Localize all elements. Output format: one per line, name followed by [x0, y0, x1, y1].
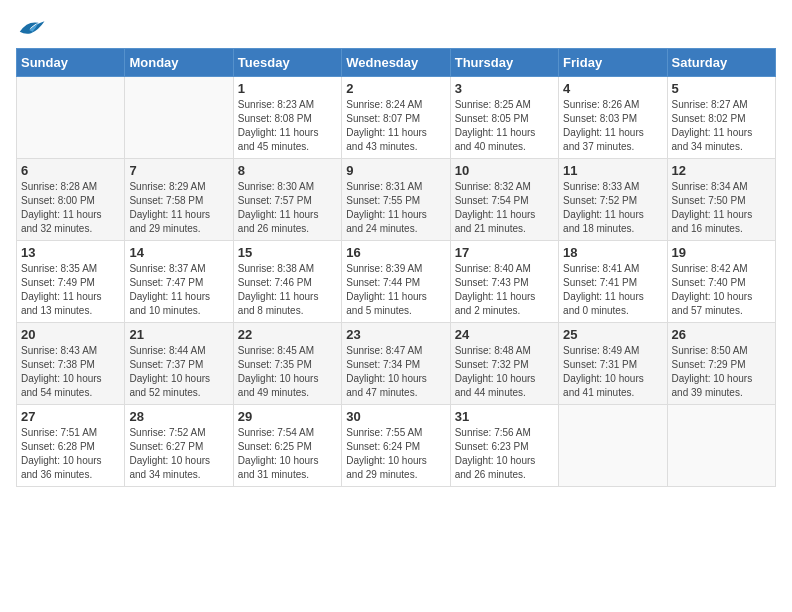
- day-info: Sunrise: 8:39 AM Sunset: 7:44 PM Dayligh…: [346, 262, 445, 318]
- day-info: Sunrise: 8:24 AM Sunset: 8:07 PM Dayligh…: [346, 98, 445, 154]
- day-info: Sunrise: 8:32 AM Sunset: 7:54 PM Dayligh…: [455, 180, 554, 236]
- day-info: Sunrise: 8:38 AM Sunset: 7:46 PM Dayligh…: [238, 262, 337, 318]
- day-info: Sunrise: 8:41 AM Sunset: 7:41 PM Dayligh…: [563, 262, 662, 318]
- calendar-week-4: 20Sunrise: 8:43 AM Sunset: 7:38 PM Dayli…: [17, 323, 776, 405]
- day-number: 11: [563, 163, 662, 178]
- day-number: 30: [346, 409, 445, 424]
- logo-bird-icon: [16, 16, 46, 40]
- calendar-cell: [559, 405, 667, 487]
- day-number: 27: [21, 409, 120, 424]
- day-number: 13: [21, 245, 120, 260]
- day-info: Sunrise: 8:25 AM Sunset: 8:05 PM Dayligh…: [455, 98, 554, 154]
- day-info: Sunrise: 8:33 AM Sunset: 7:52 PM Dayligh…: [563, 180, 662, 236]
- calendar-cell: 14Sunrise: 8:37 AM Sunset: 7:47 PM Dayli…: [125, 241, 233, 323]
- day-number: 28: [129, 409, 228, 424]
- calendar-week-2: 6Sunrise: 8:28 AM Sunset: 8:00 PM Daylig…: [17, 159, 776, 241]
- day-info: Sunrise: 8:29 AM Sunset: 7:58 PM Dayligh…: [129, 180, 228, 236]
- day-info: Sunrise: 8:45 AM Sunset: 7:35 PM Dayligh…: [238, 344, 337, 400]
- calendar-cell: 26Sunrise: 8:50 AM Sunset: 7:29 PM Dayli…: [667, 323, 775, 405]
- day-number: 31: [455, 409, 554, 424]
- calendar-cell: 19Sunrise: 8:42 AM Sunset: 7:40 PM Dayli…: [667, 241, 775, 323]
- day-info: Sunrise: 7:51 AM Sunset: 6:28 PM Dayligh…: [21, 426, 120, 482]
- calendar-cell: 21Sunrise: 8:44 AM Sunset: 7:37 PM Dayli…: [125, 323, 233, 405]
- calendar-cell: 27Sunrise: 7:51 AM Sunset: 6:28 PM Dayli…: [17, 405, 125, 487]
- weekday-header-sunday: Sunday: [17, 49, 125, 77]
- day-number: 12: [672, 163, 771, 178]
- calendar-cell: 16Sunrise: 8:39 AM Sunset: 7:44 PM Dayli…: [342, 241, 450, 323]
- day-info: Sunrise: 8:43 AM Sunset: 7:38 PM Dayligh…: [21, 344, 120, 400]
- day-number: 14: [129, 245, 228, 260]
- weekday-header-tuesday: Tuesday: [233, 49, 341, 77]
- calendar-cell: 29Sunrise: 7:54 AM Sunset: 6:25 PM Dayli…: [233, 405, 341, 487]
- calendar-cell: 11Sunrise: 8:33 AM Sunset: 7:52 PM Dayli…: [559, 159, 667, 241]
- calendar-cell: 31Sunrise: 7:56 AM Sunset: 6:23 PM Dayli…: [450, 405, 558, 487]
- day-number: 9: [346, 163, 445, 178]
- page-header: [16, 16, 776, 40]
- day-number: 19: [672, 245, 771, 260]
- day-info: Sunrise: 8:48 AM Sunset: 7:32 PM Dayligh…: [455, 344, 554, 400]
- day-info: Sunrise: 8:42 AM Sunset: 7:40 PM Dayligh…: [672, 262, 771, 318]
- day-info: Sunrise: 8:35 AM Sunset: 7:49 PM Dayligh…: [21, 262, 120, 318]
- calendar-cell: 1Sunrise: 8:23 AM Sunset: 8:08 PM Daylig…: [233, 77, 341, 159]
- day-number: 21: [129, 327, 228, 342]
- day-info: Sunrise: 8:30 AM Sunset: 7:57 PM Dayligh…: [238, 180, 337, 236]
- calendar-cell: 28Sunrise: 7:52 AM Sunset: 6:27 PM Dayli…: [125, 405, 233, 487]
- calendar-cell: 5Sunrise: 8:27 AM Sunset: 8:02 PM Daylig…: [667, 77, 775, 159]
- calendar-cell: 2Sunrise: 8:24 AM Sunset: 8:07 PM Daylig…: [342, 77, 450, 159]
- weekday-header-row: SundayMondayTuesdayWednesdayThursdayFrid…: [17, 49, 776, 77]
- calendar-cell: 8Sunrise: 8:30 AM Sunset: 7:57 PM Daylig…: [233, 159, 341, 241]
- day-info: Sunrise: 8:31 AM Sunset: 7:55 PM Dayligh…: [346, 180, 445, 236]
- weekday-header-wednesday: Wednesday: [342, 49, 450, 77]
- day-info: Sunrise: 8:50 AM Sunset: 7:29 PM Dayligh…: [672, 344, 771, 400]
- calendar-cell: [17, 77, 125, 159]
- calendar-week-1: 1Sunrise: 8:23 AM Sunset: 8:08 PM Daylig…: [17, 77, 776, 159]
- day-info: Sunrise: 7:56 AM Sunset: 6:23 PM Dayligh…: [455, 426, 554, 482]
- day-info: Sunrise: 8:40 AM Sunset: 7:43 PM Dayligh…: [455, 262, 554, 318]
- day-info: Sunrise: 8:26 AM Sunset: 8:03 PM Dayligh…: [563, 98, 662, 154]
- day-number: 25: [563, 327, 662, 342]
- day-number: 22: [238, 327, 337, 342]
- calendar-cell: 7Sunrise: 8:29 AM Sunset: 7:58 PM Daylig…: [125, 159, 233, 241]
- day-number: 20: [21, 327, 120, 342]
- logo: [16, 16, 50, 40]
- day-number: 10: [455, 163, 554, 178]
- day-number: 3: [455, 81, 554, 96]
- day-number: 26: [672, 327, 771, 342]
- day-number: 4: [563, 81, 662, 96]
- calendar-cell: 4Sunrise: 8:26 AM Sunset: 8:03 PM Daylig…: [559, 77, 667, 159]
- calendar-cell: 17Sunrise: 8:40 AM Sunset: 7:43 PM Dayli…: [450, 241, 558, 323]
- calendar-cell: 13Sunrise: 8:35 AM Sunset: 7:49 PM Dayli…: [17, 241, 125, 323]
- calendar-cell: 24Sunrise: 8:48 AM Sunset: 7:32 PM Dayli…: [450, 323, 558, 405]
- calendar-cell: 10Sunrise: 8:32 AM Sunset: 7:54 PM Dayli…: [450, 159, 558, 241]
- day-number: 29: [238, 409, 337, 424]
- day-number: 1: [238, 81, 337, 96]
- calendar-week-3: 13Sunrise: 8:35 AM Sunset: 7:49 PM Dayli…: [17, 241, 776, 323]
- day-info: Sunrise: 8:28 AM Sunset: 8:00 PM Dayligh…: [21, 180, 120, 236]
- calendar-cell: 23Sunrise: 8:47 AM Sunset: 7:34 PM Dayli…: [342, 323, 450, 405]
- day-number: 2: [346, 81, 445, 96]
- calendar-cell: 9Sunrise: 8:31 AM Sunset: 7:55 PM Daylig…: [342, 159, 450, 241]
- calendar-cell: 3Sunrise: 8:25 AM Sunset: 8:05 PM Daylig…: [450, 77, 558, 159]
- day-info: Sunrise: 7:54 AM Sunset: 6:25 PM Dayligh…: [238, 426, 337, 482]
- day-info: Sunrise: 8:27 AM Sunset: 8:02 PM Dayligh…: [672, 98, 771, 154]
- day-info: Sunrise: 8:47 AM Sunset: 7:34 PM Dayligh…: [346, 344, 445, 400]
- day-number: 18: [563, 245, 662, 260]
- day-number: 16: [346, 245, 445, 260]
- day-number: 17: [455, 245, 554, 260]
- calendar-cell: [667, 405, 775, 487]
- calendar-cell: 12Sunrise: 8:34 AM Sunset: 7:50 PM Dayli…: [667, 159, 775, 241]
- day-info: Sunrise: 8:34 AM Sunset: 7:50 PM Dayligh…: [672, 180, 771, 236]
- calendar-cell: 22Sunrise: 8:45 AM Sunset: 7:35 PM Dayli…: [233, 323, 341, 405]
- calendar-cell: 25Sunrise: 8:49 AM Sunset: 7:31 PM Dayli…: [559, 323, 667, 405]
- day-info: Sunrise: 7:52 AM Sunset: 6:27 PM Dayligh…: [129, 426, 228, 482]
- day-number: 5: [672, 81, 771, 96]
- calendar-cell: 30Sunrise: 7:55 AM Sunset: 6:24 PM Dayli…: [342, 405, 450, 487]
- day-info: Sunrise: 8:49 AM Sunset: 7:31 PM Dayligh…: [563, 344, 662, 400]
- day-number: 23: [346, 327, 445, 342]
- day-number: 24: [455, 327, 554, 342]
- day-info: Sunrise: 8:23 AM Sunset: 8:08 PM Dayligh…: [238, 98, 337, 154]
- day-number: 8: [238, 163, 337, 178]
- day-number: 6: [21, 163, 120, 178]
- day-number: 15: [238, 245, 337, 260]
- calendar-cell: 6Sunrise: 8:28 AM Sunset: 8:00 PM Daylig…: [17, 159, 125, 241]
